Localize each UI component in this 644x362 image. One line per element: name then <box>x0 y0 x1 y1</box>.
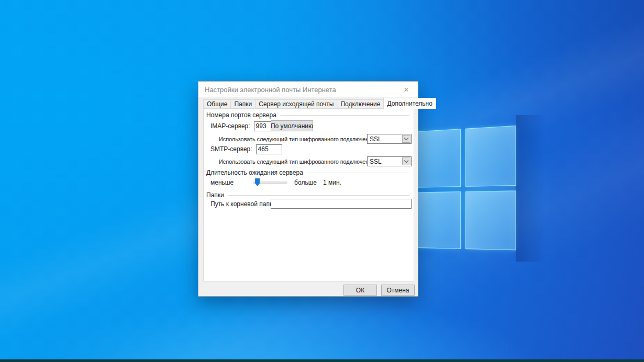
timeout-max-label: больше <box>294 179 317 186</box>
smtp-encryption-value: SSL <box>368 157 402 166</box>
tabstrip: Общие Папки Сервер исходящей почты Подкл… <box>203 98 436 109</box>
windows-logo-pane <box>413 191 460 249</box>
cancel-button[interactable]: Отмена <box>381 285 415 296</box>
tab-connection[interactable]: Подключение <box>337 99 384 109</box>
smtp-encryption-label: Использовать следующий тип шифрованного … <box>219 159 376 165</box>
root-folder-path-input[interactable] <box>271 199 412 209</box>
wallpaper-shadow-band <box>516 115 545 262</box>
use-defaults-button[interactable]: По умолчанию <box>271 120 313 131</box>
windows-logo <box>413 126 516 250</box>
dialog-internet-email-settings: Настройки электронной почты Интернета ✕ … <box>198 81 418 297</box>
imap-server-label: IMAP-сервер: <box>210 122 250 130</box>
timeout-min-label: меньше <box>210 179 234 186</box>
timeout-slider[interactable] <box>253 178 287 187</box>
timeout-current-value: 1 мин. <box>323 179 341 186</box>
server-timeout-row: меньше больше 1 мин. <box>210 178 341 187</box>
chevron-glyph <box>404 136 408 140</box>
group-folders: Папки <box>206 191 409 199</box>
group-folders-label: Папки <box>206 191 224 199</box>
imap-encryption-value: SSL <box>368 134 402 143</box>
chevron-down-icon[interactable] <box>402 135 410 143</box>
group-server-ports-label: Номера портов сервера <box>206 111 276 119</box>
dialog-titlebar[interactable]: Настройки электронной почты Интернета <box>198 82 418 97</box>
smtp-server-row: SMTP-сервер: <box>210 144 282 154</box>
tab-folders[interactable]: Папки <box>230 99 256 109</box>
smtp-port-input[interactable] <box>256 144 282 154</box>
smtp-encryption-select[interactable]: SSL <box>367 156 412 166</box>
windows-logo-pane <box>465 126 516 186</box>
tab-outgoing-server[interactable]: Сервер исходящей почты <box>255 99 337 109</box>
root-folder-path-row: Путь к корневой папке: <box>210 199 412 209</box>
ok-button[interactable]: ОК <box>343 285 377 296</box>
timeout-slider-thumb[interactable] <box>255 178 260 186</box>
group-server-timeout-label: Длительность ожидания сервера <box>206 169 303 176</box>
imap-encryption-label: Использовать следующий тип шифрованного … <box>219 136 376 142</box>
tab-general[interactable]: Общие <box>203 99 231 109</box>
group-rule <box>280 115 409 116</box>
chevron-glyph <box>404 159 408 163</box>
tab-page-advanced: Номера портов сервера IMAP-сервер: По ум… <box>203 108 414 281</box>
imap-server-row: IMAP-сервер: <box>210 121 280 131</box>
group-server-ports: Номера портов сервера <box>206 111 409 119</box>
smtp-server-label: SMTP-сервер: <box>210 145 252 153</box>
group-rule <box>228 195 409 196</box>
imap-encryption-select[interactable]: SSL <box>367 134 412 144</box>
close-icon[interactable]: ✕ <box>395 82 418 97</box>
group-rule <box>307 173 409 173</box>
windows-logo-pane <box>413 129 460 187</box>
group-server-timeout: Длительность ожидания сервера <box>206 169 409 176</box>
taskbar-edge <box>0 359 644 362</box>
tab-advanced[interactable]: Дополнительно <box>383 98 436 109</box>
root-folder-path-label: Путь к корневой папке: <box>210 200 277 208</box>
dialog-title: Настройки электронной почты Интернета <box>205 86 336 94</box>
windows-logo-pane <box>465 190 516 251</box>
desktop: Настройки электронной почты Интернета ✕ … <box>0 0 644 362</box>
chevron-down-icon[interactable] <box>402 157 410 165</box>
